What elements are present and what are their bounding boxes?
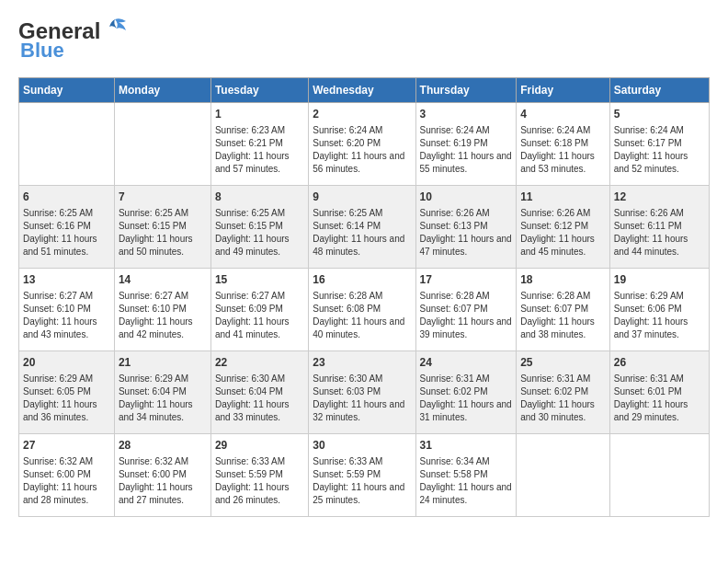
calendar-cell: 22Sunrise: 6:30 AM Sunset: 6:04 PM Dayli… (210, 351, 308, 434)
day-info: Sunrise: 6:24 AM Sunset: 6:18 PM Dayligh… (520, 124, 606, 176)
day-number: 23 (313, 355, 411, 371)
calendar-cell: 7Sunrise: 6:25 AM Sunset: 6:15 PM Daylig… (114, 186, 210, 269)
calendar-cell: 16Sunrise: 6:28 AM Sunset: 6:08 PM Dayli… (309, 269, 415, 351)
calendar-cell: 10Sunrise: 6:26 AM Sunset: 6:13 PM Dayli… (415, 186, 517, 269)
day-info: Sunrise: 6:33 AM Sunset: 5:59 PM Dayligh… (215, 455, 304, 507)
week-row-1: 1Sunrise: 6:23 AM Sunset: 6:21 PM Daylig… (19, 103, 710, 186)
weekday-header-row: SundayMondayTuesdayWednesdayThursdayFrid… (19, 78, 710, 103)
calendar-cell: 2Sunrise: 6:24 AM Sunset: 6:20 PM Daylig… (309, 103, 415, 186)
calendar-cell (19, 103, 115, 186)
calendar-cell: 23Sunrise: 6:30 AM Sunset: 6:03 PM Dayli… (309, 351, 415, 434)
weekday-header-tuesday: Tuesday (210, 78, 308, 103)
calendar-cell: 17Sunrise: 6:28 AM Sunset: 6:07 PM Dayli… (415, 269, 517, 351)
calendar-cell: 12Sunrise: 6:26 AM Sunset: 6:11 PM Dayli… (609, 186, 709, 269)
day-info: Sunrise: 6:25 AM Sunset: 6:16 PM Dayligh… (23, 207, 110, 259)
day-number: 1 (215, 107, 304, 122)
day-number: 30 (313, 438, 411, 454)
day-number: 7 (119, 190, 207, 205)
day-info: Sunrise: 6:29 AM Sunset: 6:06 PM Dayligh… (614, 290, 705, 341)
day-info: Sunrise: 6:28 AM Sunset: 6:07 PM Dayligh… (420, 290, 513, 341)
day-number: 2 (313, 107, 411, 122)
day-number: 27 (23, 438, 110, 454)
calendar-cell: 21Sunrise: 6:29 AM Sunset: 6:04 PM Dayli… (114, 351, 210, 434)
week-row-3: 13Sunrise: 6:27 AM Sunset: 6:10 PM Dayli… (19, 269, 710, 351)
day-number: 4 (520, 107, 606, 122)
calendar-cell: 28Sunrise: 6:32 AM Sunset: 6:00 PM Dayli… (114, 434, 210, 517)
calendar-cell: 31Sunrise: 6:34 AM Sunset: 5:58 PM Dayli… (415, 434, 517, 517)
day-number: 24 (420, 355, 513, 371)
day-info: Sunrise: 6:27 AM Sunset: 6:09 PM Dayligh… (215, 290, 304, 341)
calendar-cell: 30Sunrise: 6:33 AM Sunset: 5:59 PM Dayli… (309, 434, 415, 517)
day-info: Sunrise: 6:33 AM Sunset: 5:59 PM Dayligh… (313, 455, 411, 507)
calendar-cell: 20Sunrise: 6:29 AM Sunset: 6:05 PM Dayli… (19, 351, 115, 434)
calendar-cell: 27Sunrise: 6:32 AM Sunset: 6:00 PM Dayli… (19, 434, 115, 517)
calendar-cell: 4Sunrise: 6:24 AM Sunset: 6:18 PM Daylig… (517, 103, 610, 186)
day-info: Sunrise: 6:26 AM Sunset: 6:11 PM Dayligh… (614, 207, 705, 259)
day-number: 3 (420, 107, 513, 122)
weekday-header-friday: Friday (517, 78, 610, 103)
calendar-cell: 13Sunrise: 6:27 AM Sunset: 6:10 PM Dayli… (19, 269, 115, 351)
day-info: Sunrise: 6:30 AM Sunset: 6:04 PM Dayligh… (215, 373, 304, 424)
calendar-cell: 26Sunrise: 6:31 AM Sunset: 6:01 PM Dayli… (609, 351, 709, 434)
day-number: 21 (119, 355, 207, 371)
day-number: 20 (23, 355, 110, 371)
day-info: Sunrise: 6:34 AM Sunset: 5:58 PM Dayligh… (420, 455, 513, 507)
logo: General Blue (18, 18, 128, 63)
week-row-2: 6Sunrise: 6:25 AM Sunset: 6:16 PM Daylig… (19, 186, 710, 269)
day-number: 29 (215, 438, 304, 454)
day-number: 11 (520, 190, 606, 205)
calendar-cell: 29Sunrise: 6:33 AM Sunset: 5:59 PM Dayli… (210, 434, 308, 517)
calendar-cell (517, 434, 610, 517)
day-info: Sunrise: 6:28 AM Sunset: 6:08 PM Dayligh… (313, 290, 411, 341)
day-number: 9 (313, 190, 411, 205)
page-header: General Blue (18, 18, 710, 63)
weekday-header-sunday: Sunday (19, 78, 115, 103)
weekday-header-wednesday: Wednesday (309, 78, 415, 103)
day-number: 5 (614, 107, 705, 122)
day-info: Sunrise: 6:25 AM Sunset: 6:15 PM Dayligh… (215, 207, 304, 259)
calendar-cell: 3Sunrise: 6:24 AM Sunset: 6:19 PM Daylig… (415, 103, 517, 186)
day-info: Sunrise: 6:29 AM Sunset: 6:04 PM Dayligh… (119, 373, 207, 424)
weekday-header-thursday: Thursday (415, 78, 517, 103)
calendar-cell: 8Sunrise: 6:25 AM Sunset: 6:15 PM Daylig… (210, 186, 308, 269)
day-info: Sunrise: 6:24 AM Sunset: 6:17 PM Dayligh… (614, 124, 705, 176)
calendar-cell: 18Sunrise: 6:28 AM Sunset: 6:07 PM Dayli… (517, 269, 610, 351)
day-number: 31 (420, 438, 513, 454)
day-info: Sunrise: 6:26 AM Sunset: 6:12 PM Dayligh… (520, 207, 606, 259)
day-number: 15 (215, 272, 304, 288)
week-row-4: 20Sunrise: 6:29 AM Sunset: 6:05 PM Dayli… (19, 351, 710, 434)
calendar-cell: 5Sunrise: 6:24 AM Sunset: 6:17 PM Daylig… (609, 103, 709, 186)
calendar-cell (609, 434, 709, 517)
day-number: 14 (119, 272, 207, 288)
day-info: Sunrise: 6:30 AM Sunset: 6:03 PM Dayligh… (313, 373, 411, 424)
calendar-cell: 11Sunrise: 6:26 AM Sunset: 6:12 PM Dayli… (517, 186, 610, 269)
day-number: 16 (313, 272, 411, 288)
day-number: 19 (614, 272, 705, 288)
day-number: 25 (520, 355, 606, 371)
day-number: 28 (119, 438, 207, 454)
day-info: Sunrise: 6:25 AM Sunset: 6:14 PM Dayligh… (313, 207, 411, 259)
week-row-5: 27Sunrise: 6:32 AM Sunset: 6:00 PM Dayli… (19, 434, 710, 517)
day-number: 8 (215, 190, 304, 205)
calendar-cell: 19Sunrise: 6:29 AM Sunset: 6:06 PM Dayli… (609, 269, 709, 351)
day-info: Sunrise: 6:23 AM Sunset: 6:21 PM Dayligh… (215, 124, 304, 176)
day-info: Sunrise: 6:27 AM Sunset: 6:10 PM Dayligh… (119, 290, 207, 341)
day-number: 10 (420, 190, 513, 205)
day-info: Sunrise: 6:31 AM Sunset: 6:02 PM Dayligh… (420, 373, 513, 424)
day-number: 13 (23, 272, 110, 288)
day-info: Sunrise: 6:24 AM Sunset: 6:19 PM Dayligh… (420, 124, 513, 176)
logo-blue: Blue (20, 39, 64, 63)
day-info: Sunrise: 6:32 AM Sunset: 6:00 PM Dayligh… (23, 455, 110, 507)
calendar-cell: 25Sunrise: 6:31 AM Sunset: 6:02 PM Dayli… (517, 351, 610, 434)
calendar-cell: 1Sunrise: 6:23 AM Sunset: 6:21 PM Daylig… (210, 103, 308, 186)
day-number: 22 (215, 355, 304, 371)
day-number: 12 (614, 190, 705, 205)
calendar-cell: 24Sunrise: 6:31 AM Sunset: 6:02 PM Dayli… (415, 351, 517, 434)
calendar-cell: 15Sunrise: 6:27 AM Sunset: 6:09 PM Dayli… (210, 269, 308, 351)
day-info: Sunrise: 6:24 AM Sunset: 6:20 PM Dayligh… (313, 124, 411, 176)
day-info: Sunrise: 6:32 AM Sunset: 6:00 PM Dayligh… (119, 455, 207, 507)
day-info: Sunrise: 6:31 AM Sunset: 6:02 PM Dayligh… (520, 373, 606, 424)
day-number: 18 (520, 272, 606, 288)
calendar-cell: 6Sunrise: 6:25 AM Sunset: 6:16 PM Daylig… (19, 186, 115, 269)
day-info: Sunrise: 6:28 AM Sunset: 6:07 PM Dayligh… (520, 290, 606, 341)
